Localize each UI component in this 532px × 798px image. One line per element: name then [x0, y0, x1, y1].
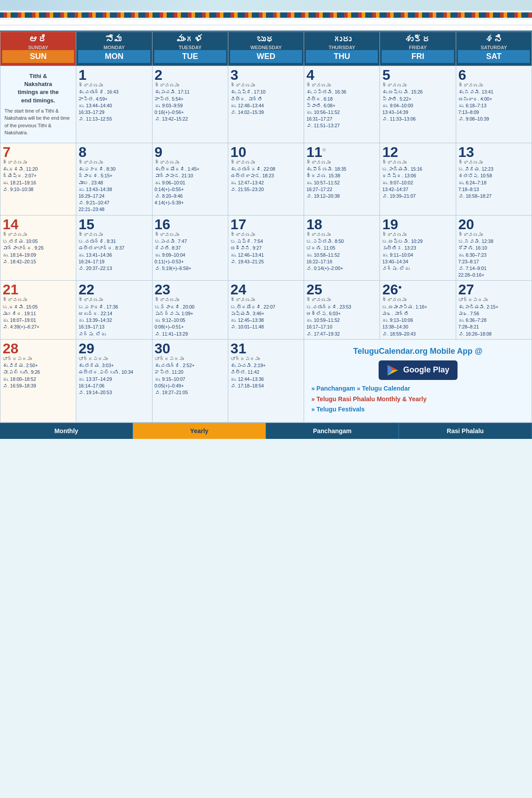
google-play-button[interactable]: Google Play [379, 360, 458, 380]
footer-tab-rasi-phalalu[interactable]: Rasi Phalalu [399, 423, 532, 439]
date-number: 16 [155, 217, 226, 231]
date-cell-2: 2 శ్రావణము శు.పంచమి. 17:11హాస్త. 5:54+దు… [152, 66, 228, 143]
telugu-month: శ్రావణము [382, 231, 453, 238]
telugu-thu: గురు [333, 35, 351, 44]
date-number: 17 [231, 217, 301, 231]
date-number: 6 [458, 68, 529, 82]
cell-details: బ.పాడ్యమి. 15:16ధనిష్ఠ. 13:06దు. 9:07–10… [382, 166, 453, 200]
telugu-month: శ్రావణము [155, 297, 226, 303]
calendar-table: ఆది SUNDAY SUN సోమ MONDAY MON మంగళ TUESD… [0, 31, 532, 422]
date-cell-14: 14 శ్రావణము బ.తదియ. 10:05పూర్వాభాద్ర. 9:… [0, 215, 76, 281]
footer-tab-panchangam[interactable]: Panchangam [266, 423, 399, 439]
cell-details: శు.దశమి. 11:20జ్యేష్ఠ. 2:07+దు. 18:21–19… [3, 166, 74, 193]
date-number: 24 [231, 282, 301, 297]
page-header [0, 0, 532, 11]
app-link-0[interactable]: » Panchangam » Telugu Calendar [311, 384, 524, 393]
date-number: 11○ [306, 145, 377, 159]
date-cell-21: 21 శ్రావణము బ.దశమి. 15:05మృగశిర. 19:11దు… [0, 281, 76, 339]
telugu-wed: బుధ [257, 35, 275, 44]
day-header-mon: సోమ MONDAY MON [76, 32, 152, 66]
telugu-mon: సోమ [105, 35, 123, 44]
date-cell-7: 7 శ్రావణము శు.దశమి. 11:20జ్యేష్ఠ. 2:07+ద… [0, 143, 76, 215]
decorative-border [0, 12, 532, 18]
date-cell-9: 9 శ్రావణము శు.త్రయోదశి. 1:45+పూర్వాషాడ. … [152, 143, 228, 215]
date-number: 27 [458, 282, 529, 297]
abbr-tue: TUE [154, 50, 226, 63]
date-cell-1: 1 శ్రావణము శు.చతుర్థి. 16:43హాస్త. 4:59+… [76, 66, 152, 143]
day-header-wed: బుధ WEDNESDAY WED [228, 32, 304, 66]
telugu-tue: మంగళ [176, 35, 203, 44]
english-sat: SATURDAY [458, 45, 530, 50]
footer-tabs: MonthlyYearlyPanchangamRasi Phalalu [0, 423, 532, 439]
links-section: » Panchangam » Telugu Calendar» Telugu R… [311, 384, 524, 414]
date-cell-31: 31 భాద్రపదము శు.పంచమి. 2:19+చిత్త. 11:42… [228, 339, 304, 422]
date-number: 14 [3, 217, 74, 231]
abbr-sat: SAT [458, 50, 530, 63]
cell-details: శు.త్రయోదశి. 1:45+పూర్వాషాడ. 21:10దు. 9:… [155, 166, 226, 206]
telugu-month: శ్రావణము [458, 82, 529, 89]
app-info-cell[interactable]: TeluguCalendar.org Mobile App @ Google P… [304, 339, 532, 422]
telugu-month: శ్రావణము [382, 159, 453, 166]
app-link-1[interactable]: » Telugu Rasi Phalalu Monthly & Yearly [311, 395, 524, 404]
cell-details: బ.నవమి. 12:38రోహిణి. 16:10దు. 6:30–7:237… [458, 238, 529, 278]
date-cell-4: 4 శ్రావణము శు.సప్తమి. 16:36చిత్ర. 6:18స్… [304, 66, 380, 143]
telugu-month: భాద్రపదము [78, 356, 149, 362]
abbr-thu: THU [306, 50, 378, 63]
app-link-2[interactable]: » Telugu Festivals [311, 405, 524, 414]
day-header-sat: శని SATURDAY SAT [456, 32, 532, 66]
date-cell-22: 22 శ్రావణము బ.ఏకాదశి. 17:36ఆరుద్ర. 22:14… [76, 281, 152, 339]
abbr-wed: WED [230, 50, 302, 63]
date-number: 28 [3, 341, 74, 356]
tithi-info-cell: Tithi &Nakshatratimings are theend timin… [0, 66, 76, 143]
cell-details: శు.నవమి. 13:41అనురాధ. 4:00+దు. 6:18–7:13… [458, 89, 529, 122]
date-cell-8: 8 శ్రావణము శు.ఏకాదశి. 8:30ద్వాదశ. 5:15+మ… [76, 143, 152, 215]
date-number: 29 [78, 341, 149, 356]
telugu-month: శ్రావణము [382, 82, 453, 89]
day-header-fri: శుక్ర FRIDAY FRI [380, 32, 456, 66]
telugu-month: శ్రావణము [306, 82, 377, 89]
date-number: 25 [306, 282, 377, 297]
cell-details: శు.అష్టమి. 15:26స్వాతి. 5:22+దు. 9:04–10… [382, 89, 453, 122]
date-number: 21 [3, 282, 74, 297]
cell-details: బ.దశమి. 15:05మృగశిర. 19:11దు. 18:07–19:0… [3, 304, 74, 331]
cell-details: శు.షష్ఠి. 17:10చిత్ర. పూర్తిదు. 12:48–13… [231, 89, 301, 116]
date-number: 18 [306, 217, 377, 231]
footer-tab-yearly[interactable]: Yearly [133, 423, 266, 439]
cell-details: బ.షష్ఠి. 7:54అశ్విని. 9:27దు. 12:46–13:4… [231, 238, 301, 265]
telugu-month: శ్రావణము [231, 82, 301, 89]
cell-details: శు.పౌర్ణమి. 18:35శ్రవణ. 15:38దు. 10:57–1… [306, 166, 377, 200]
date-cell-24: 24 శ్రావణము బ.త్రయోదశి. 22:07పుష్యమి. 3:… [228, 281, 304, 339]
english-wed: WEDNESDAY [230, 45, 302, 50]
date-cell-30: 30 భాద్రపదము శు.చతుర్థి. 2:52+హస్త. 11:2… [152, 339, 228, 422]
cell-details: బ.చతుర్థి. 8:31ఉత్తరాభాద్ర. 8:37దు. 13:4… [78, 238, 149, 272]
calendar-body: Tithi &Nakshatratimings are theend timin… [0, 66, 532, 422]
cell-details: శు.పాడ్యమి. 2:15+మఖ. 7:56దు. 6:36–7:287:… [458, 304, 529, 337]
date-cell-3: 3 శ్రావణము శు.షష్ఠి. 17:10చిత్ర. పూర్తిద… [228, 66, 304, 143]
telugu-fri: శుక్ర [404, 35, 431, 44]
telugu-month: శ్రావణము [231, 231, 301, 238]
telugu-month: శ్రావణము [78, 159, 149, 166]
telugu-month: శ్రావణము [458, 159, 529, 166]
date-cell-11: 11○ శ్రావణము శు.పౌర్ణమి. 18:35శ్రవణ. 15:… [304, 143, 380, 215]
date-number: 12 [382, 145, 453, 159]
cell-details: బ.చతుర్దశి. 23:53ఆశ్లేష. 6:03+దు. 10:59–… [306, 304, 377, 337]
tithi-text: Tithi &Nakshatratimings are theend timin… [3, 68, 74, 141]
play-store-icon [387, 364, 399, 376]
telugu-month: శ్రావణము [458, 231, 529, 238]
date-number: 26● [382, 282, 453, 297]
telugu-month: శ్రావణము [3, 231, 74, 238]
footer-tab-monthly[interactable]: Monthly [0, 423, 133, 439]
date-number: 19 [382, 217, 453, 231]
cell-details: శు.చతుర్దశి. 22:08ఉత్తరాషాడ. 18:23దు. 12… [231, 166, 301, 193]
telugu-month: శ్రావణము [3, 297, 74, 303]
cell-details: బ.సప్తమి. 8:50భరణి. 11:05దు. 10:58–11:52… [306, 238, 377, 272]
date-number: 7 [3, 145, 74, 159]
telugu-sun: ఆది [29, 35, 47, 44]
footer-section: MonthlyYearlyPanchangamRasi Phalalu [0, 422, 532, 439]
date-cell-27: 27 భాద్రపదము శు.పాడ్యమి. 2:15+మఖ. 7:56దు… [456, 281, 532, 339]
day-header-row: ఆది SUNDAY SUN సోమ MONDAY MON మంగళ TUESD… [0, 32, 532, 66]
date-cell-26: 26● శ్రావణము బ.అమావాస్య. 1:16+మఖ. పూర్తి… [380, 281, 456, 339]
cell-details: బ.విదియ. 12:23శతభిష. 10:58దు. 6:24–7:187… [458, 166, 529, 200]
day-header-sun: ఆది SUNDAY SUN [0, 32, 76, 66]
telugu-month: శ్రావణము [155, 82, 226, 89]
